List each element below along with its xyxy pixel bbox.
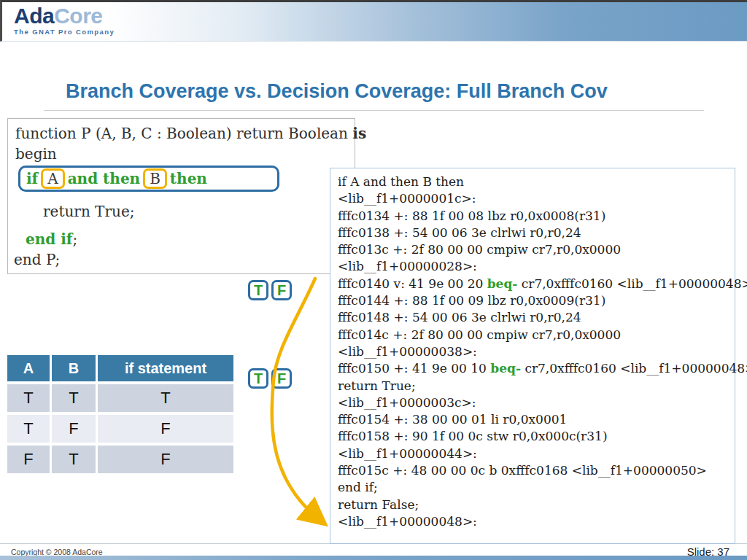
assembly-line: return True; <box>338 378 732 394</box>
truth-table: ABif statementTTTTFFFTF <box>7 355 233 473</box>
table-cell: T <box>7 415 50 443</box>
assembly-line: fffc0154 +: 38 00 00 01 li r0,0x0001 <box>338 411 732 428</box>
header-banner: AdaCore The GNAT Pro Company <box>0 0 747 42</box>
table-cell: T <box>52 384 96 412</box>
logo-ada-text: Ada <box>14 4 54 28</box>
slide: AdaCore The GNAT Pro Company Branch Cove… <box>0 0 747 560</box>
asm-branch-keyword: beq- <box>490 361 521 376</box>
table-cell: F <box>52 415 96 443</box>
assembly-line: fffc0140 v: 41 9e 00 20 beq- cr7,0xfffc0… <box>338 276 732 292</box>
branch-false-marker-2: F <box>271 368 292 389</box>
assembly-line: fffc014c +: 2f 80 00 00 cmpiw cr7,r0,0x0… <box>338 327 732 343</box>
assembly-line: fffc015c +: 48 00 00 0c b 0xfffc0168 <li… <box>338 462 732 479</box>
assembly-line: <lib__f1+00000044>: <box>338 446 732 462</box>
logo-tagline: The GNAT Pro Company <box>14 28 115 36</box>
logo-core-text: Core <box>54 4 102 28</box>
branch-true-marker-2: T <box>248 368 268 389</box>
table-cell: F <box>98 415 233 443</box>
table-cell: F <box>7 446 50 473</box>
assembly-line: fffc0138 +: 54 00 06 3e clrlwi r0,r0,24 <box>338 225 732 241</box>
assembly-line: if A and then B then <box>338 174 732 190</box>
assembly-line: <lib__f1+00000048>: <box>338 513 732 530</box>
assembly-line: end if; <box>338 479 732 496</box>
asm-branch-keyword: beq- <box>487 276 518 291</box>
table-cell: T <box>52 446 96 473</box>
assembly-line: <lib__f1+00000028>: <box>338 258 732 275</box>
table-cell: T <box>7 384 50 412</box>
assembly-line: fffc0144 +: 88 1f 00 09 lbz r0,0x0009(r3… <box>338 292 732 309</box>
assembly-line: fffc0158 +: 90 1f 00 0c stw r0,0x000c(r3… <box>338 428 732 445</box>
condition-a-box: A <box>41 168 64 189</box>
branch-true-marker-1: T <box>248 280 268 300</box>
branch-false-marker-1: F <box>271 280 292 300</box>
table-header-cell: if statement <box>98 355 233 381</box>
code-is-keyword: is <box>352 125 366 142</box>
code-line-end-if: end if; <box>26 230 77 248</box>
keyword-and-then: and then <box>68 170 141 187</box>
source-code-box: function P (A, B, C : Boolean) return Bo… <box>7 118 355 274</box>
table-header-cell: B <box>52 355 96 381</box>
keyword-end-if: end if <box>26 230 72 248</box>
assembly-line: <lib__f1+0000003c>: <box>338 394 732 411</box>
end-if-semicolon: ; <box>72 230 77 248</box>
table-header-cell: A <box>7 355 50 381</box>
page-title: Branch Coverage vs. Decision Coverage: F… <box>66 80 608 103</box>
assembly-lines: if A and then B then<lib__f1+0000001c>:f… <box>338 174 732 530</box>
condition-b-box: B <box>143 168 167 189</box>
table-cell: F <box>98 446 233 473</box>
assembly-line: fffc013c +: 2f 80 00 00 cmpiw cr7,r0,0x0… <box>338 241 732 258</box>
assembly-line: <lib__f1+00000038>: <box>338 343 732 360</box>
code-line-return-true: return True; <box>43 203 134 220</box>
assembly-listing-panel: if A and then B then<lib__f1+0000001c>:f… <box>330 168 735 544</box>
assembly-line: fffc0134 +: 88 1f 00 08 lbz r0,0x0008(r3… <box>338 208 732 225</box>
assembly-line: return False; <box>338 497 732 513</box>
bottom-accent-bar <box>0 556 747 560</box>
logo-wordmark: AdaCore <box>14 5 115 27</box>
code-line-begin: begin <box>15 145 57 163</box>
assembly-line: <lib__f1+0000001c>: <box>338 190 732 207</box>
assembly-line: fffc0148 +: 54 00 06 3e clrlwi r0,r0,24 <box>338 309 732 326</box>
keyword-then: then <box>170 170 207 187</box>
if-statement-highlight-box: if A and then B then <box>18 166 279 192</box>
code-line-function: function P (A, B, C : Boolean) return Bo… <box>15 125 366 142</box>
table-cell: T <box>98 384 233 412</box>
keyword-if: if <box>26 170 38 187</box>
title-divider <box>44 110 704 111</box>
adacore-logo: AdaCore The GNAT Pro Company <box>14 5 115 36</box>
code-line-end-p: end P; <box>14 251 60 268</box>
assembly-line: fffc0150 +: 41 9e 00 10 beq- cr7,0xfffc0… <box>338 360 732 377</box>
code-function-text: function P (A, B, C : Boolean) return Bo… <box>15 125 352 142</box>
